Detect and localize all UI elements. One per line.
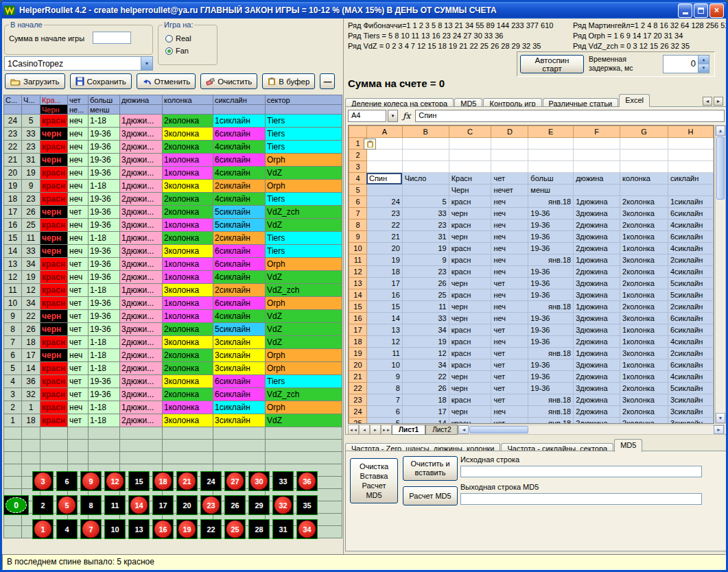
roulette-number[interactable]: 13 [128, 519, 150, 539]
excel-row-header[interactable]: 13 [349, 278, 367, 289]
spin-row[interactable]: 2223красннеч19-362дюжи...2колонка4сиклай… [4, 141, 342, 154]
excel-cell[interactable]: 1дюжина [574, 301, 620, 313]
roulette-number[interactable]: 2 [32, 495, 54, 515]
excel-cell[interactable]: красн [449, 219, 491, 231]
roulette-number[interactable]: 11 [104, 495, 126, 515]
roulette-number[interactable]: 33 [272, 471, 294, 491]
sheet-tab[interactable]: Лист1 [392, 425, 425, 435]
scroll-right-icon[interactable]: ► [714, 425, 724, 434]
excel-cell[interactable]: 1колонка [620, 359, 668, 371]
excel-cell[interactable]: янв.18 [528, 196, 574, 208]
spin-row[interactable]: 826чернчет19-363дюжи...2колонка5сиклайнV… [4, 323, 342, 336]
excel-cell[interactable]: 3дюжина [574, 383, 620, 394]
excel-cell[interactable] [528, 161, 574, 173]
md5-clear-paste-calc-button[interactable]: Очистка Вставка Расчет MD5 [350, 458, 398, 503]
excel-cell[interactable]: 5 [402, 196, 449, 208]
excel-cell[interactable]: красн [449, 254, 491, 266]
roulette-number[interactable]: 12 [104, 471, 126, 491]
excel-cell[interactable]: 19-36 [528, 359, 574, 371]
excel-row-header[interactable]: 22 [349, 383, 367, 394]
scroll-left-icon[interactable]: ◄ [458, 425, 469, 434]
excel-cell[interactable] [449, 150, 491, 161]
excel-cell[interactable]: 2дюжина [574, 336, 620, 348]
excel-cell[interactable]: 1колонка [620, 371, 668, 383]
excel-cell[interactable]: красн [449, 336, 491, 348]
excel-row-header[interactable]: 7 [349, 208, 367, 219]
excel-cell[interactable]: колонка [620, 173, 668, 184]
excel-cell[interactable]: 5сиклайн [668, 289, 713, 301]
bottom-tab[interactable]: MD5 [614, 439, 642, 452]
roulette-number[interactable]: 26 [224, 495, 246, 515]
excel-cell[interactable]: 5сиклайн [668, 383, 713, 394]
excel-cell[interactable]: 19 [366, 254, 402, 266]
excel-cell[interactable]: 20 [366, 243, 402, 254]
excel-cell[interactable]: 2сиклайн [668, 254, 713, 266]
excel-cell[interactable]: черн [449, 301, 491, 313]
excel-row-header[interactable]: 9 [349, 231, 367, 243]
excel-cell[interactable]: 3сиклайн [668, 406, 713, 418]
roulette-number[interactable]: 24 [200, 471, 222, 491]
excel-cell[interactable] [668, 161, 713, 173]
excel-cell[interactable]: 2колонка [620, 418, 668, 425]
excel-cell[interactable]: черн [449, 371, 491, 383]
excel-cell[interactable] [668, 184, 713, 196]
excel-cell[interactable] [491, 161, 528, 173]
excel-row-header[interactable]: 8 [349, 219, 367, 231]
excel-cell[interactable]: 3дюжина [574, 359, 620, 371]
excel-cell[interactable]: 2дюжина [574, 266, 620, 278]
excel-cell[interactable]: 3колонка [620, 394, 668, 406]
excel-cell[interactable]: 2сиклайн [668, 348, 713, 359]
undo-button[interactable]: Отменить [137, 73, 196, 89]
excel-cell[interactable] [402, 150, 449, 161]
excel-cell[interactable]: 2колонка [620, 219, 668, 231]
spin-row[interactable]: 922чернчет19-362дюжи...1колонка4сиклайнV… [4, 310, 342, 323]
roulette-number[interactable]: 18 [152, 471, 174, 491]
excel-cell[interactable] [574, 184, 620, 196]
excel-row-header[interactable]: 24 [349, 406, 367, 418]
excel-cell[interactable]: 2дюжина [574, 243, 620, 254]
excel-cell[interactable] [491, 138, 528, 150]
sheet-tab[interactable]: Лист2 [425, 425, 458, 435]
excel-cell[interactable]: Число [402, 173, 449, 184]
excel-column-header[interactable]: B [402, 126, 449, 138]
excel-cell[interactable]: 3дюжина [574, 278, 620, 289]
excel-cell[interactable]: 2колонка [620, 301, 668, 313]
excel-cell[interactable]: 2дюжина [574, 371, 620, 383]
roulette-number[interactable]: 5 [56, 495, 78, 515]
excel-cell[interactable]: 19-36 [528, 371, 574, 383]
load-button[interactable]: Загрузить [5, 73, 65, 89]
spin-col-header[interactable]: чет [68, 95, 89, 105]
excel-cell[interactable]: 4сиклайн [668, 219, 713, 231]
excel-cell[interactable]: 9 [402, 254, 449, 266]
excel-column-header[interactable]: F [574, 126, 620, 138]
excel-cell[interactable] [620, 161, 668, 173]
autospin-start-button[interactable]: Автоспин старт [520, 55, 584, 73]
excel-cell[interactable]: янв.18 [528, 418, 574, 425]
excel-cell[interactable]: 18 [366, 266, 402, 278]
excel-cell[interactable]: нечет [491, 184, 528, 196]
excel-cell[interactable]: 34 [402, 324, 449, 336]
excel-cell[interactable]: 11 [402, 301, 449, 313]
excel-cell[interactable]: 2дюжина [574, 406, 620, 418]
roulette-number[interactable]: 32 [272, 495, 294, 515]
excel-cell[interactable]: неч [491, 406, 528, 418]
excel-cell[interactable] [574, 138, 620, 150]
excel-column-header[interactable]: E [528, 126, 574, 138]
excel-cell[interactable]: черн [449, 278, 491, 289]
excel-cell[interactable] [574, 150, 620, 161]
spinner-down-icon[interactable]: ▼ [698, 64, 709, 73]
roulette-number[interactable]: 36 [296, 471, 318, 491]
excel-cell[interactable]: 1дюжина [574, 348, 620, 359]
excel-cell[interactable]: менш [528, 184, 574, 196]
excel-cell[interactable]: янв.18 [528, 348, 574, 359]
excel-cell[interactable]: 22 [402, 371, 449, 383]
excel-column-header[interactable]: G [620, 126, 668, 138]
excel-cell[interactable]: больш [528, 173, 574, 184]
excel-cell[interactable] [491, 150, 528, 161]
excel-cell[interactable]: неч [491, 301, 528, 313]
excel-cell[interactable]: 2колонка [620, 383, 668, 394]
roulette-number[interactable]: 4 [56, 519, 78, 539]
excel-cell[interactable]: чет [491, 278, 528, 289]
excel-cell[interactable]: красн [449, 348, 491, 359]
excel-cell[interactable]: чет [491, 348, 528, 359]
